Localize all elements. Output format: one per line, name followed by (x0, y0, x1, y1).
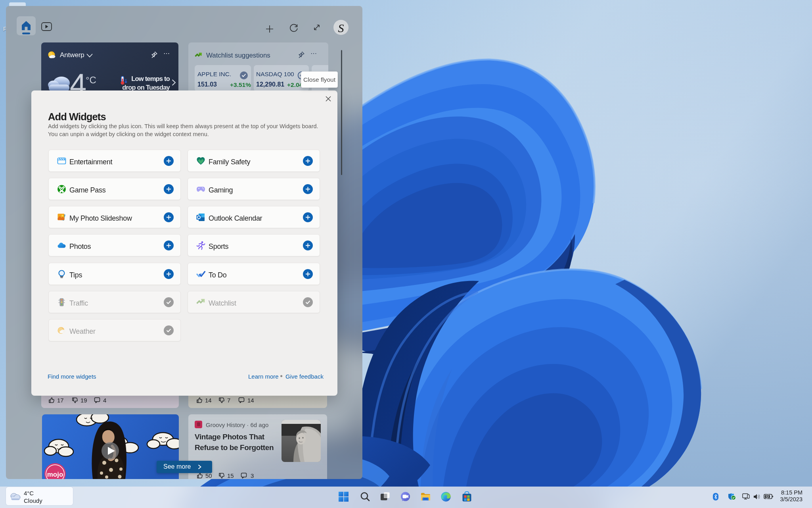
svg-text:mojo: mojo (47, 471, 63, 478)
